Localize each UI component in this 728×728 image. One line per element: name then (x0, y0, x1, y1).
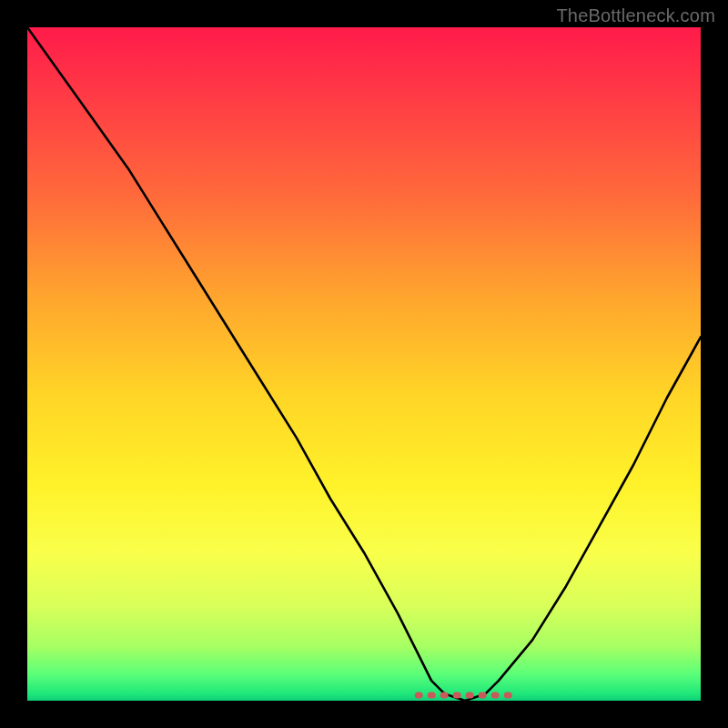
chart-container: TheBottleneck.com (0, 0, 728, 728)
plot-area (27, 27, 701, 701)
watermark-text: TheBottleneck.com (556, 5, 715, 26)
sweet-spot-marker (27, 27, 701, 701)
